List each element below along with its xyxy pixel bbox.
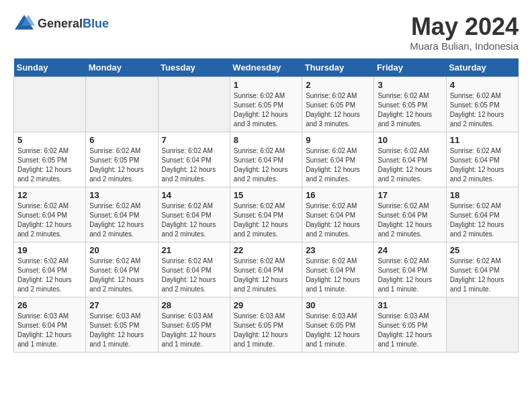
day-number: 23 [306,245,370,255]
day-info: Sunrise: 6:02 AM Sunset: 6:04 PM Dayligh… [450,257,515,294]
day-number: 22 [234,245,298,255]
day-number: 3 [378,80,442,90]
calendar-cell: 30Sunrise: 6:03 AM Sunset: 6:05 PM Dayli… [302,297,374,352]
calendar-cell: 24Sunrise: 6:02 AM Sunset: 6:04 PM Dayli… [374,242,446,297]
weekday-header-thursday: Thursday [302,58,374,77]
weekday-header-sunday: Sunday [14,58,86,77]
calendar-subtitle: Muara Bulian, Indonesia [410,40,519,52]
day-info: Sunrise: 6:03 AM Sunset: 6:05 PM Dayligh… [378,312,442,349]
day-info: Sunrise: 6:02 AM Sunset: 6:05 PM Dayligh… [450,91,515,129]
calendar-cell: 26Sunrise: 6:03 AM Sunset: 6:04 PM Dayli… [14,297,86,352]
calendar-cell [446,297,518,352]
day-number: 24 [378,245,442,255]
calendar-cell: 8Sunrise: 6:02 AM Sunset: 6:04 PM Daylig… [230,132,302,187]
title-area: May 2024 Muara Bulian, Indonesia [410,13,519,52]
calendar-cell: 9Sunrise: 6:02 AM Sunset: 6:04 PM Daylig… [302,132,374,187]
day-number: 26 [17,300,82,310]
weekday-header-wednesday: Wednesday [230,58,302,77]
logo: GeneralBlue [13,13,109,34]
calendar-week-1: 1Sunrise: 6:02 AM Sunset: 6:05 PM Daylig… [14,77,519,132]
calendar-week-3: 12Sunrise: 6:02 AM Sunset: 6:04 PM Dayli… [14,187,519,242]
calendar-week-4: 19Sunrise: 6:02 AM Sunset: 6:04 PM Dayli… [14,242,519,297]
calendar-cell: 6Sunrise: 6:02 AM Sunset: 6:05 PM Daylig… [86,132,158,187]
day-info: Sunrise: 6:02 AM Sunset: 6:04 PM Dayligh… [89,201,154,239]
weekday-header-row: SundayMondayTuesdayWednesdayThursdayFrid… [14,58,519,77]
weekday-header-monday: Monday [86,58,158,77]
calendar-week-5: 26Sunrise: 6:03 AM Sunset: 6:04 PM Dayli… [14,297,519,352]
calendar-cell [14,77,86,132]
weekday-header-tuesday: Tuesday [158,58,230,77]
calendar-cell [158,77,230,132]
day-number: 21 [162,245,226,255]
day-number: 19 [17,245,82,255]
calendar-week-2: 5Sunrise: 6:02 AM Sunset: 6:05 PM Daylig… [14,132,519,187]
day-number: 9 [306,135,370,145]
calendar-cell: 13Sunrise: 6:02 AM Sunset: 6:04 PM Dayli… [86,187,158,242]
day-number: 15 [234,190,298,200]
day-number: 13 [89,190,154,200]
calendar-cell [86,77,158,132]
day-info: Sunrise: 6:02 AM Sunset: 6:04 PM Dayligh… [17,257,82,294]
logo-text-general: General [38,17,83,30]
day-info: Sunrise: 6:02 AM Sunset: 6:04 PM Dayligh… [378,146,442,184]
weekday-header-saturday: Saturday [446,58,518,77]
calendar-cell: 21Sunrise: 6:02 AM Sunset: 6:04 PM Dayli… [158,242,230,297]
calendar-cell: 17Sunrise: 6:02 AM Sunset: 6:04 PM Dayli… [374,187,446,242]
calendar-cell: 12Sunrise: 6:02 AM Sunset: 6:04 PM Dayli… [14,187,86,242]
calendar-cell: 25Sunrise: 6:02 AM Sunset: 6:04 PM Dayli… [446,242,518,297]
day-number: 31 [378,300,442,310]
day-info: Sunrise: 6:02 AM Sunset: 6:05 PM Dayligh… [234,91,298,129]
day-info: Sunrise: 6:03 AM Sunset: 6:05 PM Dayligh… [89,312,154,349]
day-info: Sunrise: 6:02 AM Sunset: 6:04 PM Dayligh… [162,201,226,239]
day-number: 11 [450,135,515,145]
calendar-cell: 5Sunrise: 6:02 AM Sunset: 6:05 PM Daylig… [14,132,86,187]
day-number: 6 [89,135,154,145]
header: GeneralBlue May 2024 Muara Bulian, Indon… [13,13,519,52]
calendar-cell: 19Sunrise: 6:02 AM Sunset: 6:04 PM Dayli… [14,242,86,297]
day-info: Sunrise: 6:02 AM Sunset: 6:04 PM Dayligh… [162,146,226,184]
day-number: 29 [234,300,298,310]
calendar-cell: 16Sunrise: 6:02 AM Sunset: 6:04 PM Dayli… [302,187,374,242]
day-number: 14 [162,190,226,200]
calendar-cell: 11Sunrise: 6:02 AM Sunset: 6:04 PM Dayli… [446,132,518,187]
day-info: Sunrise: 6:03 AM Sunset: 6:05 PM Dayligh… [162,312,226,349]
day-info: Sunrise: 6:02 AM Sunset: 6:05 PM Dayligh… [89,146,154,184]
day-number: 7 [162,135,226,145]
calendar-cell: 3Sunrise: 6:02 AM Sunset: 6:05 PM Daylig… [374,77,446,132]
calendar-cell: 4Sunrise: 6:02 AM Sunset: 6:05 PM Daylig… [446,77,518,132]
logo-icon [13,13,35,34]
day-number: 5 [17,135,82,145]
day-info: Sunrise: 6:02 AM Sunset: 6:04 PM Dayligh… [234,201,298,239]
day-info: Sunrise: 6:02 AM Sunset: 6:04 PM Dayligh… [89,257,154,294]
calendar-cell: 15Sunrise: 6:02 AM Sunset: 6:04 PM Dayli… [230,187,302,242]
day-info: Sunrise: 6:02 AM Sunset: 6:05 PM Dayligh… [306,91,370,129]
day-number: 4 [450,80,515,90]
day-number: 17 [378,190,442,200]
calendar-cell: 10Sunrise: 6:02 AM Sunset: 6:04 PM Dayli… [374,132,446,187]
day-number: 18 [450,190,515,200]
day-info: Sunrise: 6:02 AM Sunset: 6:04 PM Dayligh… [306,146,370,184]
day-info: Sunrise: 6:02 AM Sunset: 6:04 PM Dayligh… [378,257,442,294]
day-number: 10 [378,135,442,145]
calendar-cell: 22Sunrise: 6:02 AM Sunset: 6:04 PM Dayli… [230,242,302,297]
day-number: 30 [306,300,370,310]
day-number: 1 [234,80,298,90]
calendar-title: May 2024 [410,13,519,40]
day-info: Sunrise: 6:03 AM Sunset: 6:05 PM Dayligh… [234,312,298,349]
calendar-cell: 28Sunrise: 6:03 AM Sunset: 6:05 PM Dayli… [158,297,230,352]
day-info: Sunrise: 6:02 AM Sunset: 6:04 PM Dayligh… [450,201,515,239]
calendar-cell: 1Sunrise: 6:02 AM Sunset: 6:05 PM Daylig… [230,77,302,132]
calendar-cell: 29Sunrise: 6:03 AM Sunset: 6:05 PM Dayli… [230,297,302,352]
calendar-cell: 2Sunrise: 6:02 AM Sunset: 6:05 PM Daylig… [302,77,374,132]
day-number: 27 [89,300,154,310]
day-info: Sunrise: 6:02 AM Sunset: 6:04 PM Dayligh… [234,257,298,294]
day-number: 16 [306,190,370,200]
calendar-cell: 31Sunrise: 6:03 AM Sunset: 6:05 PM Dayli… [374,297,446,352]
calendar-cell: 20Sunrise: 6:02 AM Sunset: 6:04 PM Dayli… [86,242,158,297]
day-info: Sunrise: 6:03 AM Sunset: 6:05 PM Dayligh… [306,312,370,349]
day-info: Sunrise: 6:03 AM Sunset: 6:04 PM Dayligh… [17,312,82,349]
logo-text-blue: Blue [83,17,109,30]
day-info: Sunrise: 6:02 AM Sunset: 6:04 PM Dayligh… [162,257,226,294]
day-info: Sunrise: 6:02 AM Sunset: 6:05 PM Dayligh… [378,91,442,129]
calendar-cell: 27Sunrise: 6:03 AM Sunset: 6:05 PM Dayli… [86,297,158,352]
